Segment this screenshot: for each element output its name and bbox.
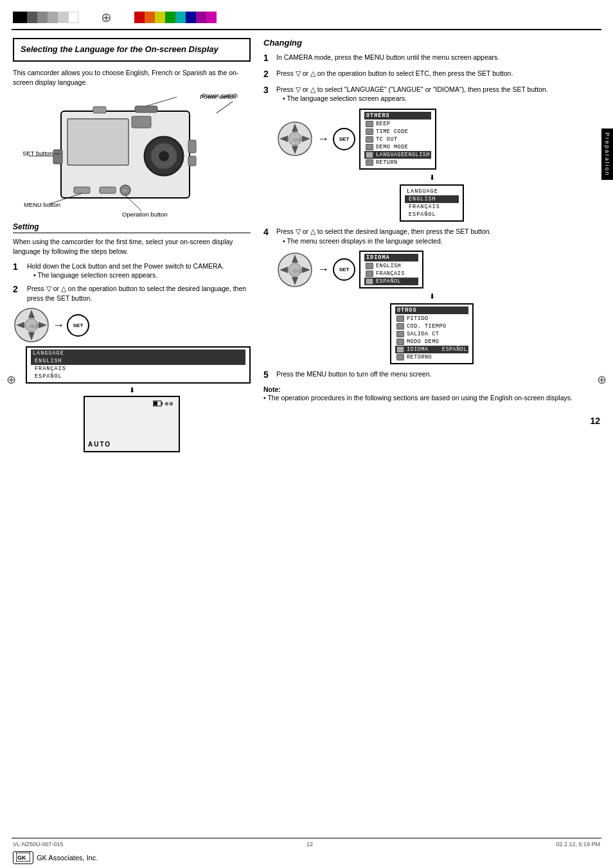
camera-preview-box: ⊕⊕ AUTO <box>84 396 180 452</box>
svg-text:◁○▷: ◁○▷ <box>29 323 40 329</box>
set-button-text: SET button — <box>22 150 61 157</box>
right-step-5-num: 5 <box>263 369 276 380</box>
right-step-2: 2 Press ▽ or △ on the operation button t… <box>263 69 600 80</box>
right-step-2-num: 2 <box>263 69 276 80</box>
right-step-4-bullet: The menu screen displays in the language… <box>283 236 600 246</box>
top-bar: ⊕ <box>0 0 613 29</box>
svg-point-6 <box>159 151 169 161</box>
right-step-4-num: 4 <box>263 227 276 238</box>
color-bar-right <box>134 12 217 23</box>
svg-text:○: ○ <box>123 188 127 193</box>
setting-section: Setting When using the camcorder for the… <box>13 222 251 452</box>
lang2-header: LANGUAGE <box>405 188 459 195</box>
right-step-3-content: Press ▽ or △ to select "LANGUAGE" ("LANG… <box>276 85 600 103</box>
svg-rect-12 <box>74 187 90 193</box>
setting-description: When using the camcorder for the first t… <box>13 237 251 256</box>
svg-text:◁○▷: ◁○▷ <box>292 137 304 143</box>
step-1-bullet: The language selection screen appears. <box>33 270 251 280</box>
left-column: Selecting the Language for the On-screen… <box>13 38 251 452</box>
footer: VL-NZ50U-007-015 12 02.2.12, 5:19 PM GK … <box>0 838 613 868</box>
lang2-item-2: FRANÇAIS <box>405 203 459 211</box>
note-text: • The operation procedures in the follow… <box>263 393 600 403</box>
ms1-row-5: LANGUAGE ENGLISH <box>364 151 431 159</box>
lang-item-1: ENGLISH <box>31 357 245 365</box>
right-step-1-num: 1 <box>263 53 276 64</box>
logo-text: GK Associates, Inc. <box>37 854 98 862</box>
main-content: Selecting the Language for the On-screen… <box>0 30 613 459</box>
set-button-right-2: SET <box>333 258 355 281</box>
diagram-step3: ◁○▷ → SET OTHERS BEEP TIME CODE <box>276 109 600 170</box>
color-bar-left <box>13 12 78 23</box>
svg-rect-29 <box>154 402 157 405</box>
lang-header: LANGUAGE <box>31 350 245 357</box>
controller-svg-left: ◁○▷ <box>13 306 50 344</box>
svg-rect-3 <box>132 116 151 128</box>
ms3-row-1: PITIDO <box>395 315 468 323</box>
controller-svg-right-1: ◁○▷ <box>276 120 314 157</box>
step-1-content: Hold down the Lock button and set the Po… <box>27 261 251 280</box>
step-2: 2 Press ▽ or △ on the operation button t… <box>13 284 251 303</box>
svg-rect-28 <box>161 402 163 405</box>
down-arrow-left: ⬇ <box>13 386 251 394</box>
step-2-num: 2 <box>13 284 27 295</box>
right-step-5: 5 Press the MENU button to turn off the … <box>263 369 600 380</box>
changing-section: Changing 1 In CAMERA mode, press the MEN… <box>263 38 600 403</box>
otros-menu-container: OTROS PITIDO COD. TIEMPO SALIDA CT <box>263 303 600 364</box>
lang2-item-1: ENGLISH <box>405 195 459 203</box>
menu-screen-2-header: IDIOMA <box>364 254 418 261</box>
svg-rect-2 <box>67 119 129 165</box>
svg-rect-10 <box>188 156 196 166</box>
crosshair-symbol: ⊕ <box>101 10 112 25</box>
footer-right: 02.2.12, 5:19 PM <box>556 841 600 847</box>
lang-screen-box-2: LANGUAGE ENGLISH FRANÇAIS ESPAÑOL <box>400 184 464 222</box>
ms1-row-1: BEEP <box>364 120 431 128</box>
left-diagram-row: ◁○▷ → SET <box>13 306 251 344</box>
menu-screen-2: IDIOMA ENGLISH FRANÇAIS ESPAÑOL <box>359 251 423 288</box>
lang-screen-box: LANGUAGE ENGLISH FRANÇAIS ESPAÑOL <box>26 346 251 384</box>
menu-screen-3-header: OTROS <box>395 306 468 314</box>
ms3-row-3: SALIDA CT <box>395 330 468 338</box>
menu-screen-1: OTHERS BEEP TIME CODE TC OUT <box>359 109 436 170</box>
note-title: Note: <box>263 385 600 393</box>
page-number: 12 <box>263 416 600 426</box>
changing-title: Changing <box>263 38 600 48</box>
menu-button-text: MENU button <box>24 201 60 208</box>
footer-left: VL-NZ50U-007-015 <box>13 841 64 847</box>
diagram-step4: ◁○▷ → SET IDIOMA ENGLISH FRANÇAIS <box>276 251 600 288</box>
svg-rect-7 <box>93 107 106 113</box>
preview-container: ⊕⊕ AUTO <box>13 396 251 452</box>
lang-screen-right: LANGUAGE ENGLISH FRANÇAIS ESPAÑOL <box>263 184 600 222</box>
menu-screen-3: OTROS PITIDO COD. TIEMPO SALIDA CT <box>390 303 474 364</box>
right-step-3-num: 3 <box>263 85 276 96</box>
svg-text:GK: GK <box>17 855 26 861</box>
ms3-row-6: RETORNO <box>395 353 468 361</box>
svg-rect-13 <box>100 187 116 193</box>
preparation-tab: Preparation <box>601 128 613 180</box>
footer-content: VL-NZ50U-007-015 12 02.2.12, 5:19 PM <box>0 838 613 850</box>
right-step-5-text: Press the MENU button to turn off the me… <box>276 369 600 379</box>
logo-box: GK <box>13 851 33 864</box>
page-title: Selecting the Language for the On-screen… <box>21 44 243 55</box>
title-box: Selecting the Language for the On-screen… <box>13 38 251 62</box>
ms1-row-6: RETURN <box>364 159 431 166</box>
ms1-row-2: TIME CODE <box>364 128 431 136</box>
ms1-row-3: TC OUT <box>364 136 431 143</box>
set-button-left: SET <box>67 314 89 337</box>
ms1-row-4: DEMO MODE <box>364 143 431 151</box>
step-1: 1 Hold down the Lock button and set the … <box>13 261 251 280</box>
power-switch-text: Power switch <box>202 92 238 99</box>
right-step-1: 1 In CAMERA mode, press the MENU button … <box>263 53 600 64</box>
right-step-4-content: Press ▽ or △ to select the desired langu… <box>276 227 600 245</box>
lang-item-2: FRANÇAIS <box>31 365 245 373</box>
right-step-1-text: In CAMERA mode, press the MENU button un… <box>276 53 600 62</box>
controller-svg-right-2: ◁○▷ <box>276 251 314 288</box>
right-step-3-bullet: The language selection screen appears. <box>283 94 600 103</box>
battery-icon: ⊕⊕ <box>153 400 173 407</box>
ms2-row-1: ENGLISH <box>364 262 418 270</box>
down-arrow-right-2: ⬇ <box>276 292 587 301</box>
right-step-2-text: Press ▽ or △ on the operation button to … <box>276 69 600 78</box>
left-crosshair: ⊕ <box>6 373 16 387</box>
right-step-3: 3 Press ▽ or △ to select "LANGUAGE" ("LA… <box>263 85 600 103</box>
svg-rect-9 <box>188 140 196 153</box>
svg-rect-8 <box>135 106 157 112</box>
